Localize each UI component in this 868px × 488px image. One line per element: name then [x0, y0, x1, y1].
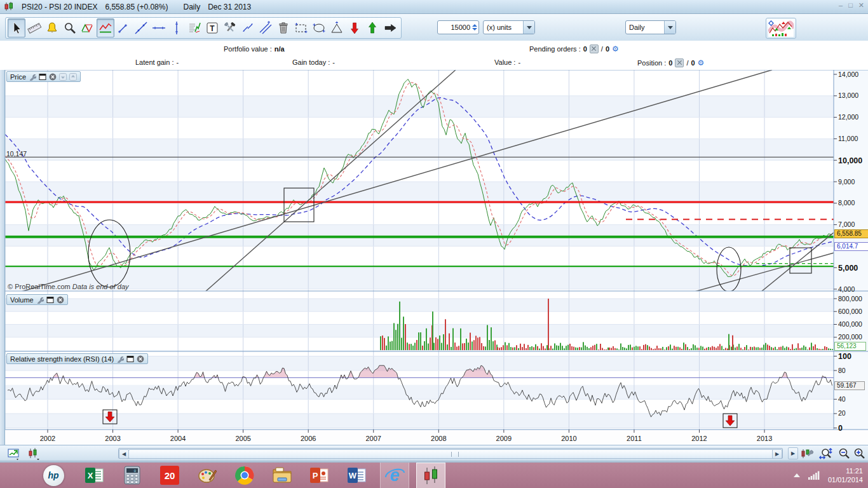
volume-axis-label: 200,000 — [838, 333, 862, 341]
rsi-value-tag: 59.167 — [834, 381, 865, 390]
price-panel-header[interactable]: Price — [6, 71, 81, 82]
quantity-stepper[interactable] — [472, 24, 477, 31]
wrench-icon[interactable] — [116, 355, 124, 363]
taskbar-item-chrome[interactable] — [233, 463, 256, 488]
start-button[interactable]: hp — [39, 463, 67, 488]
volume-value-tag: 56,123 — [834, 342, 866, 351]
chevron-down-icon[interactable] — [523, 21, 534, 34]
close-panel-icon[interactable] — [49, 73, 57, 81]
tool-horizontal-line-button[interactable] — [150, 18, 168, 37]
taskbar: hp X 0 20 P W e 11:21 01/01/2014 — [0, 463, 868, 488]
price-axis-label: 8,000 — [838, 199, 855, 207]
taskbar-item-prorealtime[interactable] — [416, 463, 445, 488]
chart-settings-button[interactable] — [799, 447, 815, 460]
cancel-position-icon[interactable] — [675, 58, 684, 67]
zigzag-icon — [98, 20, 113, 36]
tool-alarm-button[interactable] — [43, 18, 61, 37]
move-panel-up-icon[interactable] — [69, 73, 77, 81]
wrench-icon[interactable] — [36, 296, 44, 304]
tool-retracement-button[interactable] — [239, 18, 257, 37]
quantity-field[interactable]: 15000 — [437, 20, 479, 34]
chart-style-button[interactable] — [766, 18, 796, 39]
taskbar-item-20minutes[interactable]: 20 — [158, 463, 181, 488]
tool-ellipse-button[interactable] — [310, 18, 328, 37]
new-window-icon[interactable] — [46, 296, 54, 304]
rsi-panel-header[interactable]: Relative strength index (RSI) (14) — [6, 353, 148, 364]
tool-ruler-button[interactable] — [25, 18, 43, 37]
hp-logo: hp — [43, 465, 64, 486]
network-signal-icon[interactable] — [808, 471, 820, 480]
zoom-fit-button[interactable] — [818, 447, 835, 460]
new-window-icon[interactable] — [39, 73, 46, 81]
tool-triangle-button[interactable] — [328, 18, 346, 37]
taskbar-item-calculator[interactable]: 0 — [121, 463, 144, 488]
app-icon — [4, 2, 14, 11]
gain-today: Gain today :- — [292, 58, 335, 66]
scroll-left-icon[interactable]: ◀ — [119, 449, 129, 459]
taskbar-item-word[interactable]: W — [346, 463, 369, 488]
taskbar-item-internet-explorer[interactable]: e — [380, 463, 409, 488]
tool-eraser-button[interactable] — [275, 18, 292, 37]
scroll-step-right-icon[interactable]: ▶ — [788, 447, 798, 459]
rsi-axis-label: 0 — [838, 424, 843, 433]
scroll-right-icon[interactable]: ▶ — [772, 449, 782, 459]
tool-continue-arrow-button[interactable] — [381, 18, 399, 37]
tool-pointer-button[interactable] — [8, 18, 25, 37]
move-panel-down-icon[interactable] — [59, 73, 67, 81]
zoom-out-button[interactable] — [837, 447, 851, 460]
new-window-icon[interactable] — [126, 355, 134, 363]
close-panel-icon[interactable] — [137, 355, 144, 363]
candlestick-app-icon — [421, 466, 440, 485]
tool-rectangle-button[interactable] — [292, 18, 310, 37]
maximize-icon[interactable]: □ — [848, 1, 853, 10]
gear-icon[interactable]: ⚙ — [612, 46, 619, 52]
tool-vertical-line-button[interactable] — [168, 18, 186, 37]
export-chart-button[interactable] — [6, 447, 22, 460]
timeframe-select[interactable]: Daily — [625, 20, 676, 34]
zoom-in-button[interactable] — [853, 447, 867, 460]
pending-orders: Pending orders :0 /0 ⚙ — [529, 44, 619, 53]
tool-segment-button[interactable] — [114, 18, 132, 37]
close-icon[interactable]: ✕ — [858, 1, 864, 10]
taskbar-item-powerpoint[interactable]: P — [308, 463, 331, 488]
tool-zigzag-button[interactable] — [97, 18, 114, 37]
cancel-order-icon[interactable] — [590, 44, 599, 53]
volume-panel-header[interactable]: Volume — [6, 294, 68, 305]
price-axis-label: 12,000 — [838, 113, 858, 121]
time-scrollbar[interactable]: ◀ ▶ — [118, 448, 783, 459]
chart-type-button[interactable] — [25, 447, 42, 460]
rectangle-icon — [294, 20, 309, 36]
tool-tools-button[interactable] — [221, 18, 239, 37]
rsi-axis-label: 80 — [838, 367, 846, 374]
wrench-icon[interactable] — [29, 73, 36, 81]
clock[interactable]: 11:21 01/01/2014 — [828, 466, 863, 484]
year-axis-label: 2004 — [170, 435, 186, 442]
tool-forecast-button[interactable] — [186, 18, 203, 37]
parallel-lines-icon — [258, 20, 273, 36]
window-titlebar: PSI20 - PSI 20 INDEX 6,558.85 (+0.08%) D… — [0, 0, 868, 14]
volume-axis-label: 800,000 — [838, 295, 862, 302]
tool-text-button[interactable]: T — [203, 18, 221, 37]
chart-area[interactable]: 14,00013,00012,00011,00010,0009,0008,000… — [0, 70, 868, 445]
tool-magnifier-button[interactable] — [61, 18, 79, 37]
tool-buy-arrow-button[interactable] — [363, 18, 381, 37]
units-select[interactable]: (x) units — [483, 20, 535, 34]
tool-line-button[interactable] — [132, 18, 150, 37]
rsi-axis-label: 40 — [838, 395, 846, 403]
tool-sell-arrow-button[interactable] — [346, 18, 363, 37]
tool-parallel-lines-button[interactable] — [257, 18, 275, 37]
taskbar-item-paint[interactable] — [196, 463, 219, 488]
instrument-date: Dec 31 2013 — [208, 3, 251, 11]
continue-arrow-icon — [383, 20, 398, 36]
taskbar-item-excel[interactable]: X — [83, 463, 106, 488]
close-panel-icon[interactable] — [57, 296, 64, 304]
chart-style-icon — [768, 20, 794, 37]
gear-icon[interactable]: ⚙ — [698, 60, 705, 66]
scrollbar-thumb[interactable] — [128, 449, 774, 459]
year-axis-label: 2007 — [366, 435, 381, 442]
chevron-down-icon[interactable] — [664, 21, 675, 34]
tray-expand-icon[interactable] — [794, 473, 800, 477]
minimize-icon[interactable]: – — [839, 1, 843, 10]
taskbar-item-file-explorer[interactable] — [271, 463, 294, 488]
tool-pattern-button[interactable] — [79, 18, 97, 37]
